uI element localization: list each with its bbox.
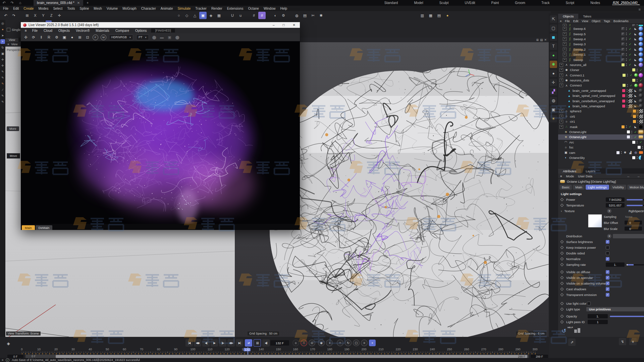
forward-icon[interactable]: ↷ — [8, 1, 16, 5]
autokey-button[interactable]: A — [301, 340, 307, 346]
expand-icon[interactable]: + — [559, 83, 563, 87]
polygons-mode-icon[interactable]: △ — [191, 12, 199, 19]
check-badge[interactable]: ✓ — [628, 26, 632, 31]
normalize-checkbox[interactable]: ✓ — [606, 257, 609, 261]
key-diamond-icon[interactable] — [560, 282, 564, 285]
smooth-pen-icon[interactable]: ✎ — [0, 100, 5, 104]
key-diamond-icon[interactable] — [560, 204, 564, 207]
display-filter-icon[interactable]: ◍ — [293, 12, 301, 19]
expand-icon[interactable]: + — [559, 125, 563, 129]
tab-objects[interactable]: Objects — [558, 14, 578, 19]
check-badge[interactable]: ✓ — [639, 78, 643, 82]
more-button[interactable]: More — [7, 126, 19, 131]
object-row[interactable]: +ʃSweep.5✓◣ — [558, 31, 644, 36]
objects-menu-object[interactable]: Object — [590, 19, 602, 23]
check-badge[interactable]: ✓ — [628, 32, 632, 36]
attr-tab-visibility[interactable]: Visibility — [610, 185, 626, 190]
workspace-groom[interactable]: Groom — [507, 1, 533, 5]
expand-arrow-icon[interactable]: › — [561, 209, 562, 213]
lightsel-badge[interactable] — [639, 130, 643, 133]
goto-end-button[interactable]: ▶| — [236, 339, 243, 347]
expand-icon[interactable]: + — [563, 42, 567, 46]
goto-start-button[interactable]: |◀ — [185, 339, 193, 347]
attr-menu-icon[interactable]: ≡ — [558, 174, 564, 178]
lv-menu-vectron[interactable]: Vectron® — [73, 29, 93, 33]
attr-tab-main[interactable]: Main — [573, 185, 585, 190]
layer-color-chip[interactable] — [633, 115, 636, 118]
layer-color-chip[interactable] — [627, 135, 630, 138]
light-type-dropdown[interactable]: Use primitives — [586, 307, 644, 311]
check-badge[interactable]: ✓ — [629, 73, 633, 77]
layer-color-chip[interactable] — [623, 74, 626, 77]
texture-preview-thumbnail[interactable] — [588, 215, 602, 227]
object-axis-icon[interactable]: ◈ — [207, 12, 215, 19]
brush-icon[interactable]: ✎ — [0, 94, 5, 98]
object-row[interactable]: +✱neurons_dots✓ — [558, 78, 644, 83]
coordinates-icon[interactable]: ✛ — [56, 12, 63, 19]
history-back-icon[interactable]: ← — [625, 174, 632, 178]
render-region-icon[interactable]: R — [46, 34, 52, 41]
render-tab-main[interactable]: Main — [22, 225, 35, 230]
render-tab-demain[interactable]: DeMain — [36, 225, 53, 230]
expand-icon[interactable]: + — [559, 73, 563, 77]
restart-render-icon[interactable]: ⟳ — [30, 34, 37, 41]
checker-badge[interactable] — [639, 115, 643, 118]
record-scale-button[interactable]: ▢ — [353, 340, 360, 346]
object-row[interactable]: +✱Cloner✓ — [558, 67, 644, 72]
object-row[interactable]: ◠Arc✓ — [558, 140, 644, 145]
redo-icon[interactable]: ↷ — [10, 12, 17, 19]
prev-key-button[interactable]: ◀◆ — [194, 339, 201, 347]
power-slider[interactable] — [627, 199, 644, 200]
pen-icon[interactable]: ✎ — [0, 69, 5, 74]
check-badge[interactable]: ✓ — [628, 42, 632, 46]
expand-icon[interactable]: + — [563, 58, 567, 62]
visible-on-diffuse-checkbox[interactable]: ✓ — [606, 270, 609, 274]
key-diamond-icon[interactable] — [560, 276, 564, 280]
menu-tools[interactable]: Tools — [65, 7, 77, 10]
cast-shadows-checkbox[interactable]: ✓ — [606, 287, 609, 291]
texture-dropdown-icon[interactable]: ▾ — [607, 209, 611, 213]
object-row[interactable]: +○sphere3 — [558, 109, 644, 114]
scale-tool-icon[interactable]: ▣ — [0, 51, 5, 56]
workspace-script[interactable]: Script — [558, 1, 583, 5]
symmetry-icon[interactable]: ▞ — [550, 88, 557, 95]
document-tab[interactable]: brain_neorons_009.c4d * ✕ — [34, 0, 83, 6]
passes-icon[interactable]: ▬ — [159, 34, 165, 41]
layer-color-chip[interactable] — [632, 141, 635, 144]
render-view-icon[interactable]: ◐ — [272, 12, 279, 19]
transform-tool-icon[interactable]: ⇱ — [550, 15, 557, 23]
light-tool-icon[interactable]: ☀ — [550, 115, 557, 122]
expand-icon[interactable]: + — [559, 63, 563, 67]
menu-extensions[interactable]: Extensions — [225, 7, 246, 10]
attr-tab-light-settings[interactable]: Light settings — [586, 185, 609, 190]
lv-menu-icon[interactable]: ≡ — [22, 29, 29, 33]
pane-maximize-icon[interactable]: ⊞ — [536, 38, 539, 42]
check-badge[interactable]: ✓ — [629, 83, 633, 87]
object-row[interactable]: ▲brain_centr_unwrapped◣ — [558, 88, 644, 93]
blur-scale-field[interactable]: 0 — [625, 227, 642, 231]
lv-menu-compare[interactable]: Compare — [112, 29, 132, 33]
visible-on-scattering-volumes-checkbox[interactable]: ✓ — [606, 282, 609, 285]
object-row[interactable]: ▣cam✱▟◎ — [558, 150, 644, 155]
attr-tab-basic[interactable]: Basic — [559, 185, 572, 190]
spheredark-badge[interactable] — [639, 99, 643, 103]
cut-icon[interactable]: ✄ — [309, 12, 317, 19]
lv-menu-file[interactable]: File — [29, 29, 41, 33]
play-button[interactable]: ▶ — [211, 339, 218, 347]
object-row[interactable]: +○cir1 — [558, 119, 644, 124]
layer-color-chip[interactable] — [632, 79, 635, 82]
tab-attributes[interactable]: Attributes — [558, 169, 581, 174]
lightning-icon[interactable]: ↯ — [619, 338, 626, 345]
focus-picker-icon[interactable]: ⊞ — [76, 34, 83, 41]
live-viewer-titlebar[interactable]: Live Viewer 2025.2.0 Build 1.5.1 (349 da… — [21, 22, 300, 28]
kernel-dropdown[interactable]: PT▾ — [136, 35, 149, 40]
pla-record-button[interactable]: ⌖ — [369, 340, 376, 346]
back-icon[interactable]: ↶ — [0, 1, 8, 5]
object-row[interactable]: +ʃSweep.1✓◣ — [558, 52, 644, 57]
light-pass-id-field[interactable]: 1 — [588, 320, 608, 324]
spline-pen-icon[interactable]: ✎ — [0, 81, 5, 86]
material-picker-icon[interactable]: ● — [69, 34, 75, 41]
x-axis-toggle[interactable]: X — [32, 12, 39, 19]
check-badge[interactable]: ✓ — [639, 68, 643, 72]
object-row[interactable]: +⋏Connect.1✓ — [558, 73, 644, 78]
